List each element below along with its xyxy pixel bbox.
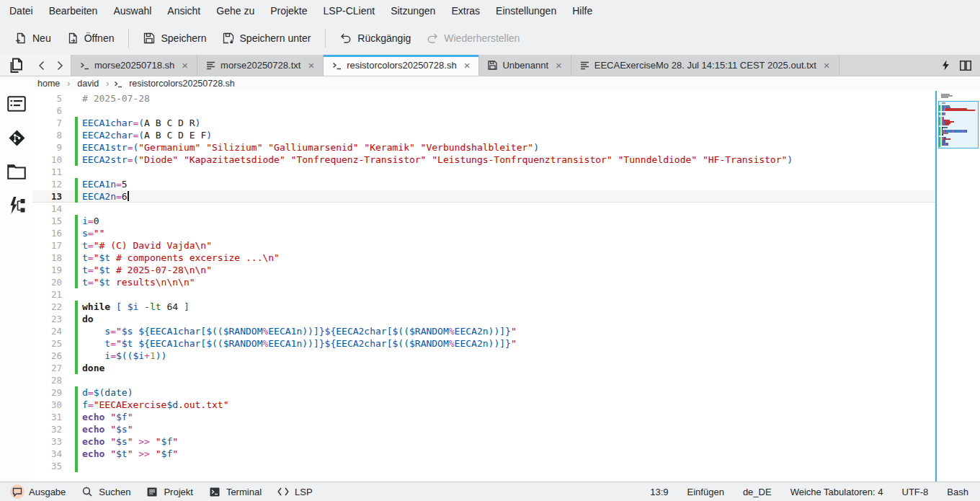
code-line[interactable]: 25 t="$t ${EECA1char[$(($RANDOM%EECA1n))… <box>33 337 935 350</box>
sidebar-symbols-panel-icon[interactable] <box>6 94 27 114</box>
sidebar-git-icon[interactable] <box>6 128 27 148</box>
status-encoding[interactable]: UTF-8 <box>901 485 930 499</box>
save-as-button[interactable]: Speichern unter <box>215 27 319 49</box>
menu-item-bearbeiten[interactable]: Bearbeiten <box>41 1 106 20</box>
code-line[interactable]: 11 <box>33 166 935 178</box>
code-line[interactable]: 33echo "$s" >> "$f" <box>33 435 935 448</box>
open-button[interactable]: Öffnen <box>59 27 122 49</box>
code-line[interactable]: 16s="" <box>33 227 935 239</box>
editor-tab[interactable]: morse20250728.txt× <box>197 55 324 76</box>
sidebar-external-tools-icon[interactable] <box>6 195 27 216</box>
code-line[interactable]: 14 <box>33 203 935 215</box>
status-suchen-button[interactable]: Suchen <box>74 483 136 500</box>
menu-item-extras[interactable]: Extras <box>443 1 488 20</box>
line-number: 24 <box>33 325 62 337</box>
code-line[interactable]: 6 <box>33 105 935 117</box>
modified-line-marker <box>75 166 78 178</box>
code-line[interactable]: 29d=$(date) <box>33 386 935 399</box>
tab-close-icon[interactable]: × <box>553 59 564 71</box>
code-line[interactable]: 32echo "$s" <box>33 423 935 435</box>
code-line[interactable]: 27done <box>33 362 935 374</box>
status-terminal-button[interactable]: Terminal <box>202 483 267 500</box>
editor-tab[interactable]: Unbenannt× <box>479 55 571 76</box>
code-line[interactable]: 30f="EECAExercise$d.out.txt" <box>33 399 935 411</box>
terminal-icon <box>208 484 222 499</box>
code-line[interactable]: 35 <box>33 460 935 472</box>
status-dictionary[interactable]: de_DE <box>741 485 773 499</box>
code-line[interactable]: 7EECA1char=(A B C D R) <box>33 117 935 129</box>
back-button[interactable] <box>32 55 50 76</box>
tab-close-icon[interactable]: × <box>179 59 190 71</box>
status-projekt-button[interactable]: Projekt <box>139 483 198 500</box>
breadcrumb-home[interactable]: home <box>35 78 62 89</box>
forward-button[interactable] <box>50 55 69 76</box>
line-text: echo "$t" >> "$f" <box>82 448 178 460</box>
split-view-icon[interactable] <box>960 61 971 71</box>
line-text: t="$t # 2025-07-28\n\n" <box>82 264 212 276</box>
tab-close-icon[interactable]: × <box>821 59 832 71</box>
editor-tab[interactable]: EECAExerciseMo 28. Jul 14:15:11 CEST 202… <box>571 55 839 76</box>
breadcrumb-david[interactable]: david <box>75 78 101 89</box>
code-line[interactable]: 19t="$t # 2025-07-28\n\n" <box>33 264 935 276</box>
quick-open-icon[interactable] <box>942 60 950 71</box>
code-line[interactable]: 24 s="$s ${EECA1char[$(($RANDOM%EECA1n))… <box>33 325 935 337</box>
editor-tab[interactable]: resistorcolors20250728.sh× <box>324 55 479 76</box>
code-line[interactable]: 34echo "$t" >> "$f" <box>33 448 935 460</box>
status-ausgabe-button[interactable]: Ausgabe <box>4 483 71 500</box>
code-line[interactable]: 17t="# (C) David Vajda\n" <box>33 239 935 252</box>
code-line[interactable]: 8EECA2char=(A B C D E F) <box>33 129 935 141</box>
documents-button[interactable] <box>1 55 32 76</box>
minimap[interactable] <box>937 91 980 482</box>
tab-close-icon[interactable]: × <box>306 59 316 71</box>
tab-close-icon[interactable]: × <box>462 59 473 71</box>
status-input-mode[interactable]: Einfügen <box>686 485 726 499</box>
code-lines[interactable]: 5# 2025-07-2867EECA1char=(A B C D R)8EEC… <box>33 91 935 482</box>
code-line[interactable]: 18t="$t # components excersize ...\n" <box>33 252 935 264</box>
status-syntax-mode[interactable]: Bash <box>945 485 970 499</box>
code-line[interactable]: 21 <box>33 288 935 301</box>
status-tab-mode[interactable]: Weiche Tabulatoren: 4 <box>789 485 885 499</box>
code-line[interactable]: 26 i=$(($i+1)) <box>33 350 935 362</box>
code-line[interactable]: 22while [ $i -lt 64 ] <box>33 301 935 313</box>
code-line[interactable]: 13EECA2n=6 <box>33 190 935 203</box>
status-lsp-button[interactable]: LSP <box>270 483 318 500</box>
save-button[interactable]: Speichern <box>135 27 214 49</box>
line-text: f="EECAExercise$d.out.txt" <box>82 399 229 411</box>
tab-strip-left <box>0 55 71 76</box>
code-line[interactable]: 31echo "$f" <box>33 411 935 423</box>
line-number: 31 <box>33 411 62 423</box>
open-button-label: Öffnen <box>84 32 115 44</box>
menu-item-lsp-client[interactable]: LSP-CLient <box>316 1 383 20</box>
status-button-label: Suchen <box>99 487 130 497</box>
breadcrumb-file[interactable]: resistorcolors20250728.sh <box>127 78 237 89</box>
undo-button[interactable]: Rückgängig <box>332 27 419 49</box>
menu-item-projekte[interactable]: Projekte <box>262 1 315 20</box>
code-editor[interactable]: 5# 2025-07-2867EECA1char=(A B C D R)8EEC… <box>33 91 980 482</box>
menu-item-hilfe[interactable]: Hilfe <box>564 1 600 20</box>
menu-item-sitzungen[interactable]: Sitzungen <box>383 1 443 20</box>
minimap-viewport[interactable] <box>938 101 979 148</box>
line-text: EECA2str=("Diode" "Kapazitaetsdiode" "To… <box>82 154 793 166</box>
modified-line-marker <box>75 423 78 435</box>
code-line[interactable]: 23do <box>33 313 935 325</box>
code-line[interactable]: 5# 2025-07-28 <box>33 92 935 105</box>
code-line[interactable]: 12EECA1n=5 <box>33 178 935 190</box>
code-line[interactable]: 15i=0 <box>33 215 935 227</box>
status-cursor-position[interactable]: 13:9 <box>649 485 669 499</box>
menu-item-ansicht[interactable]: Ansicht <box>159 1 208 20</box>
editor-tab[interactable]: morse20250718.sh× <box>71 55 197 76</box>
menu-item-einstellungen[interactable]: Einstellungen <box>488 1 564 20</box>
redo-button[interactable]: Wiederherstellen <box>419 27 527 49</box>
floppy-icon <box>488 61 497 70</box>
code-line[interactable]: 28 <box>33 374 935 386</box>
menu-item-auswahl[interactable]: Auswahl <box>105 1 159 20</box>
modified-line-marker <box>75 252 78 264</box>
line-number: 17 <box>33 239 62 252</box>
new-button[interactable]: Neu <box>7 27 59 49</box>
code-line[interactable]: 20t="$t results\n\n\n" <box>33 276 935 288</box>
menu-item-datei[interactable]: Datei <box>1 1 41 20</box>
menu-item-gehe-zu[interactable]: Gehe zu <box>208 1 262 20</box>
sidebar-filesystem-icon[interactable] <box>6 161 27 182</box>
code-line[interactable]: 9EECA1str=("Germanium" "Silizium" "Galli… <box>33 141 935 154</box>
code-line[interactable]: 10EECA2str=("Diode" "Kapazitaetsdiode" "… <box>33 154 935 166</box>
